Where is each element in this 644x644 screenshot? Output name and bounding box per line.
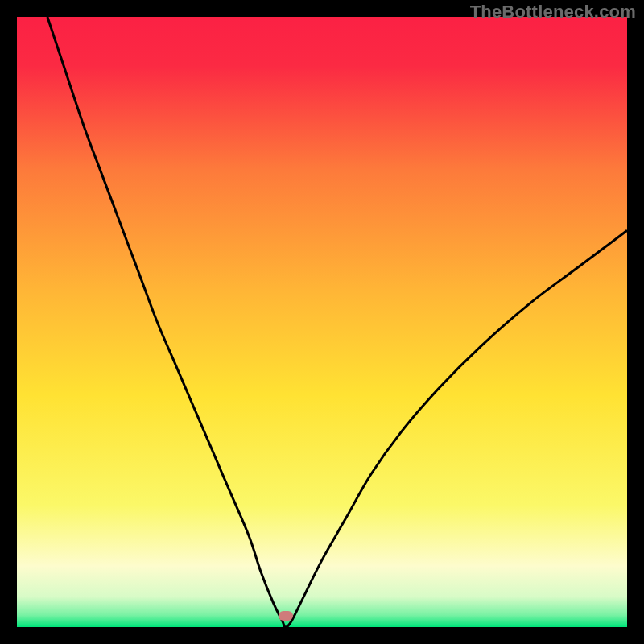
chart-frame: TheBottleneck.com — [0, 0, 644, 644]
bottleneck-plot — [17, 17, 627, 627]
minimum-marker — [279, 611, 293, 621]
gradient-background — [17, 17, 627, 627]
watermark-label: TheBottleneck.com — [470, 2, 636, 23]
